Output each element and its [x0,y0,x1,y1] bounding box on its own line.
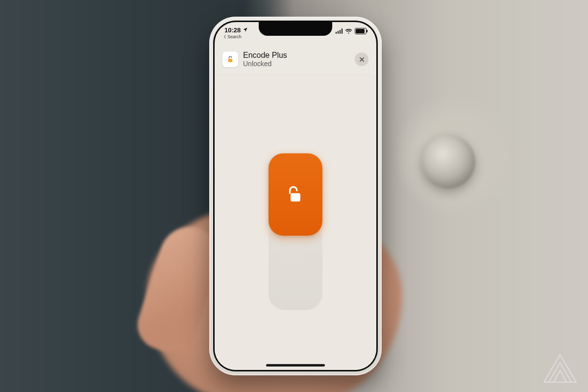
status-right [336,26,367,34]
lock-toggle-thumb[interactable] [269,153,322,236]
chevron-left-icon [223,35,226,39]
cellular-icon [336,28,343,34]
accessory-tile-icon [222,51,238,67]
accessory-header: Encode Plus Unlocked [220,47,370,72]
status-left: 10:28 Search [224,26,248,39]
lock-toggle-container [269,153,322,310]
unlock-icon [287,185,304,204]
phone-frame: 10:28 Search [209,17,382,375]
close-icon [359,57,365,62]
phone-screen: 10:28 Search [215,22,376,370]
content-sheet [215,75,376,370]
accessory-status: Unlocked [243,60,350,68]
svg-rect-1 [291,193,300,201]
battery-icon [355,28,367,34]
accessory-title: Encode Plus [243,51,350,60]
wifi-icon [345,28,352,34]
status-time: 10:28 [224,26,241,34]
location-icon [243,26,248,34]
watermark [541,352,579,385]
accessory-header-text: Encode Plus Unlocked [243,51,350,68]
home-indicator[interactable] [266,364,325,367]
phone-bezel: 10:28 Search [213,21,378,371]
back-to-search[interactable]: Search [223,34,248,39]
notch [259,22,332,36]
close-button[interactable] [355,52,368,66]
lock-toggle[interactable] [269,153,322,310]
back-label: Search [227,34,242,39]
door-knob [421,135,475,189]
svg-rect-0 [228,59,232,62]
